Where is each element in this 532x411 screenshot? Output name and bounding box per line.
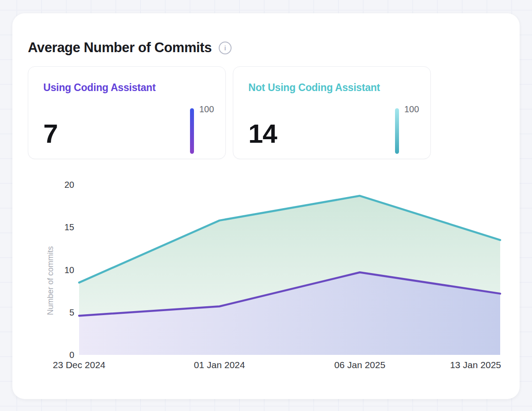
x-axis-label: 06 Jan 2025: [334, 360, 386, 370]
stat-scale-max-label: 100: [404, 105, 419, 114]
stat-card-not-using-assistant: Not Using Coding Assistant 14 100: [233, 66, 431, 159]
stat-scale: 100: [395, 105, 424, 153]
y-tick-label: 10: [65, 265, 74, 275]
stat-title: Not Using Coding Assistant: [248, 82, 415, 94]
chart-container: 0510152023 Dec 202401 Jan 202406 Jan 202…: [12, 177, 520, 384]
page-title: Average Number of Commits: [28, 40, 212, 56]
stat-card-using-assistant: Using Coding Assistant 7 100: [28, 66, 226, 159]
stat-scale-bar: [395, 108, 399, 154]
card-header: Average Number of Commits i: [28, 40, 232, 56]
y-tick-label: 0: [69, 350, 74, 360]
x-axis-label: 13 Jan 2025: [450, 360, 501, 370]
stat-value: 14: [248, 121, 277, 147]
y-tick-label: 5: [69, 308, 74, 317]
stat-cards-row: Using Coding Assistant 7 100 Not Using C…: [28, 66, 431, 159]
stat-scale-bar: [190, 108, 194, 154]
page-background: Average Number of Commits i Using Coding…: [0, 0, 532, 411]
x-axis-label: 01 Jan 2024: [194, 360, 245, 370]
y-axis-title: Number of commits: [46, 246, 55, 315]
stat-title: Using Coding Assistant: [43, 82, 210, 94]
stat-scale-max-label: 100: [199, 105, 214, 114]
average-commits-card: Average Number of Commits i Using Coding…: [12, 13, 520, 399]
stat-value: 7: [43, 121, 57, 147]
stat-scale: 100: [190, 105, 219, 153]
y-tick-label: 15: [65, 222, 74, 232]
info-icon[interactable]: i: [219, 42, 232, 54]
commits-chart[interactable]: 0510152023 Dec 202401 Jan 202406 Jan 202…: [12, 177, 520, 384]
y-tick-label: 20: [65, 180, 74, 190]
x-axis-label: 23 Dec 2024: [53, 360, 105, 370]
